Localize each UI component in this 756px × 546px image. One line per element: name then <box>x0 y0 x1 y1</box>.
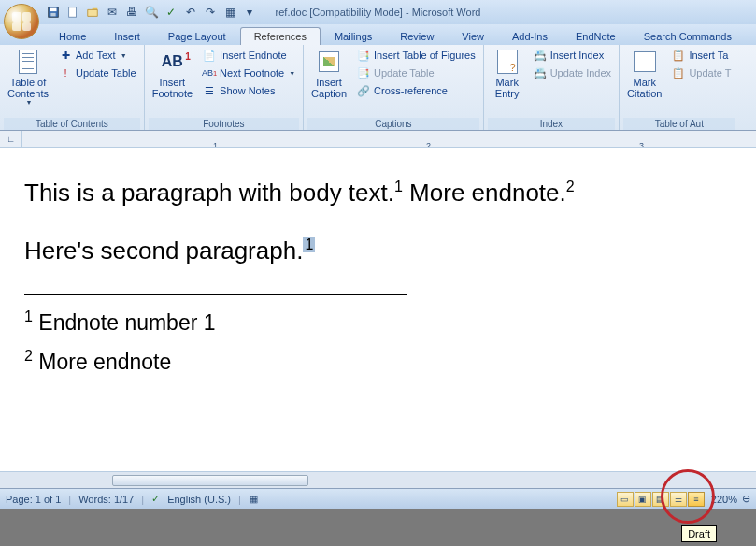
insert-toa-icon: 📋 <box>671 48 686 63</box>
next-footnote-button[interactable]: AB1Next Footnote▼ <box>198 65 299 81</box>
update-table-button[interactable]: !Update Table <box>54 65 140 81</box>
insert-endnote-button[interactable]: 📄Insert Endnote <box>198 47 299 64</box>
cross-reference-button[interactable]: 🔗Cross-reference <box>352 82 479 99</box>
insert-footnote-button[interactable]: AB Insert Footnote <box>149 47 196 118</box>
horizontal-ruler[interactable]: ∟ 1 2 3 <box>0 131 756 148</box>
update-tof-icon: 📑 <box>356 65 371 80</box>
table-icon[interactable]: ▦ <box>221 4 238 21</box>
insert-index-icon: 📇 <box>533 48 548 63</box>
svg-rect-3 <box>69 7 77 18</box>
group-label-toc: Table of Contents <box>4 118 140 130</box>
zoom-level[interactable]: 220% <box>711 494 737 505</box>
svg-rect-1 <box>50 8 57 12</box>
crossref-icon: 🔗 <box>356 83 371 98</box>
mark-entry-icon <box>494 49 521 75</box>
tab-addins[interactable]: Add-Ins <box>498 27 562 45</box>
tab-mailings[interactable]: Mailings <box>321 27 386 45</box>
update-icon: ! <box>58 65 73 80</box>
tab-review[interactable]: Review <box>386 27 448 45</box>
tab-page-layout[interactable]: Page Layout <box>154 27 240 45</box>
title-bar: ✉ 🖶 🔍 ✓ ↶ ↷ ▦ ▾ ref.doc [Compatibility M… <box>0 0 756 24</box>
status-page[interactable]: Page: 1 of 1 <box>6 494 61 505</box>
add-text-icon: ✚ <box>58 48 73 63</box>
redo-icon[interactable]: ↷ <box>202 4 219 21</box>
new-icon[interactable] <box>64 4 81 21</box>
tab-view[interactable]: View <box>448 27 498 45</box>
document-area[interactable]: This is a paragraph with body text.1 Mor… <box>0 148 756 471</box>
table-of-contents-button[interactable]: Table of Contents▼ <box>4 47 52 118</box>
group-index: Mark Entry 📇Insert Index 📇Update Index I… <box>484 45 620 130</box>
open-icon[interactable] <box>84 4 101 21</box>
full-screen-view-button[interactable]: ▣ <box>635 492 651 507</box>
quick-access-toolbar: ✉ 🖶 🔍 ✓ ↶ ↷ ▦ ▾ <box>45 4 258 21</box>
print-layout-view-button[interactable]: ▭ <box>617 492 634 507</box>
add-text-button[interactable]: ✚Add Text▼ <box>54 47 140 64</box>
print-icon[interactable]: 🖶 <box>123 4 140 21</box>
tab-home[interactable]: Home <box>45 27 100 45</box>
insert-tof-button[interactable]: 📑Insert Table of Figures <box>352 47 479 64</box>
group-captions: Insert Caption 📑Insert Table of Figures … <box>304 45 484 130</box>
insert-caption-button[interactable]: Insert Caption <box>307 47 350 118</box>
outline-view-button[interactable]: ☰ <box>670 492 687 507</box>
show-notes-button[interactable]: ☰Show Notes <box>198 82 299 99</box>
endnote-ref-1[interactable]: 1 <box>394 179 403 194</box>
print-preview-icon[interactable]: 🔍 <box>143 4 160 21</box>
insert-toa-button[interactable]: 📋Insert Ta <box>667 47 735 64</box>
scroll-thumb[interactable] <box>112 475 308 486</box>
group-label-index: Index <box>488 118 615 130</box>
status-language[interactable]: English (U.S.) <box>167 494 231 505</box>
tof-icon: 📑 <box>356 48 371 63</box>
tab-selector[interactable]: ∟ <box>0 131 22 147</box>
undo-icon[interactable]: ↶ <box>182 4 199 21</box>
endnote-2[interactable]: 2 More endnote <box>24 348 732 375</box>
ribbon: Table of Contents▼ ✚Add Text▼ !Update Ta… <box>0 45 756 131</box>
tab-insert[interactable]: Insert <box>100 27 154 45</box>
group-toc: Table of Contents▼ ✚Add Text▼ !Update Ta… <box>0 45 145 130</box>
paragraph-2[interactable]: Here's second paragraph.1 <box>24 236 732 267</box>
update-index-button[interactable]: 📇Update Index <box>529 65 615 81</box>
status-words[interactable]: Words: 1/17 <box>78 494 134 505</box>
draft-tooltip: Draft <box>681 525 717 542</box>
status-bar: Page: 1 of 1| Words: 1/17| ✓ English (U.… <box>0 488 756 509</box>
zoom-out-button[interactable]: ⊖ <box>742 493 750 505</box>
mark-citation-button[interactable]: Mark Citation <box>623 47 665 118</box>
toc-label: Table of Contents <box>7 77 49 99</box>
endnote-1[interactable]: 1 Endnote number 1 <box>24 309 732 336</box>
email-icon[interactable]: ✉ <box>104 4 121 21</box>
tab-endnote[interactable]: EndNote <box>562 27 630 45</box>
office-button[interactable] <box>4 4 39 39</box>
group-label-captions: Captions <box>307 118 479 130</box>
caption-icon <box>316 49 342 75</box>
insert-index-button[interactable]: 📇Insert Index <box>529 47 615 64</box>
group-footnotes: AB Insert Footnote 📄Insert Endnote AB1Ne… <box>145 45 304 130</box>
group-toa: Mark Citation 📋Insert Ta 📋Update T Table… <box>620 45 738 130</box>
endnote-separator <box>24 294 407 295</box>
endnote-icon: 📄 <box>202 48 217 63</box>
mark-entry-button[interactable]: Mark Entry <box>488 47 527 118</box>
ribbon-tabs: Home Insert Page Layout References Maili… <box>0 24 756 45</box>
web-layout-view-button[interactable]: ▤ <box>652 492 669 507</box>
svg-rect-2 <box>50 13 55 17</box>
paragraph-1[interactable]: This is a paragraph with body text.1 Mor… <box>24 178 732 209</box>
endnote-ref-2[interactable]: 2 <box>566 179 575 194</box>
show-notes-icon: ☰ <box>202 83 217 98</box>
proofing-icon[interactable]: ✓ <box>151 493 160 505</box>
save-icon[interactable] <box>45 4 62 21</box>
update-toa-icon: 📋 <box>671 65 686 80</box>
tab-references[interactable]: References <box>240 27 321 45</box>
draft-view-button[interactable]: ≡ <box>688 492 705 507</box>
spelling-icon[interactable]: ✓ <box>163 4 179 21</box>
toc-icon <box>15 49 41 75</box>
next-footnote-icon: AB1 <box>202 65 217 80</box>
endnote-ref-selected[interactable]: 1 <box>303 237 315 252</box>
window-title: ref.doc [Compatibility Mode] - Microsoft… <box>276 7 481 18</box>
macro-icon[interactable]: ▦ <box>249 493 258 505</box>
tab-search-commands[interactable]: Search Commands <box>630 27 746 45</box>
citation-icon <box>632 49 658 75</box>
horizontal-scrollbar[interactable] <box>0 471 756 488</box>
footnote-icon: AB <box>159 49 185 75</box>
qat-more-icon[interactable]: ▾ <box>241 4 258 21</box>
update-toa-button[interactable]: 📋Update T <box>667 65 735 81</box>
update-tof-button[interactable]: 📑Update Table <box>352 65 479 81</box>
update-index-icon: 📇 <box>533 65 548 80</box>
